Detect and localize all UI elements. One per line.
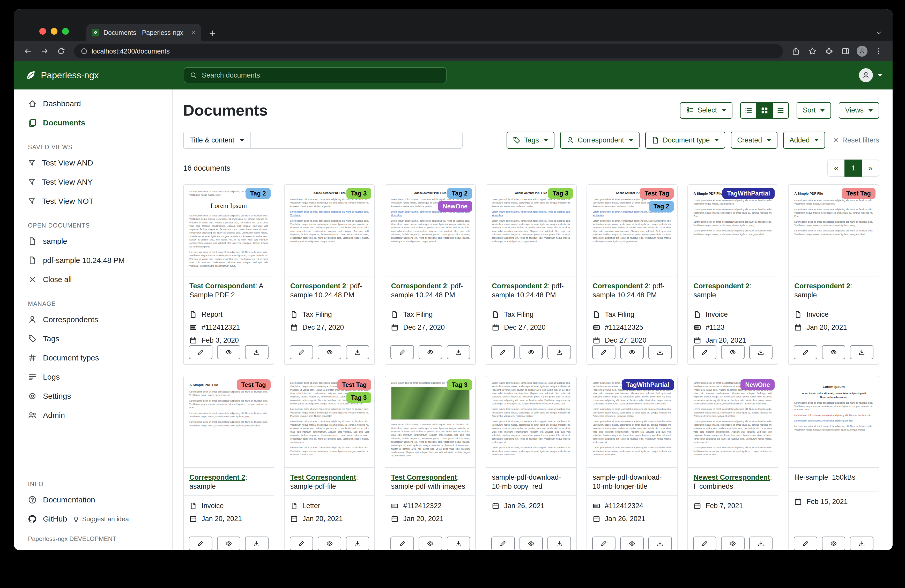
edit-button[interactable]	[290, 345, 313, 359]
view-button[interactable]	[318, 537, 341, 550]
download-button[interactable]	[648, 537, 672, 550]
sidebar-item-tags[interactable]: Tags	[14, 329, 172, 348]
tag-badge[interactable]: Tag 2	[447, 188, 472, 199]
sidebar-item-open-doc-sample[interactable]: sample	[14, 232, 172, 251]
correspondent-link[interactable]: Newest Correspondent	[694, 474, 770, 481]
document-title[interactable]: Test Correspondent: sample-pdf-with-imag…	[385, 468, 475, 496]
correspondent-link[interactable]: Correspondent 2	[694, 282, 749, 290]
download-button[interactable]	[850, 345, 873, 359]
tag-badge[interactable]: Tag 2	[246, 188, 271, 199]
document-title[interactable]: Correspondent 2: asample	[184, 468, 274, 496]
document-card[interactable]: A Simple PDF FileLorem ipsum dolor sit a…	[788, 184, 879, 365]
document-card[interactable]: Lorem ipsum dolor sit amet, consectetur …	[385, 376, 476, 550]
tab-close-icon[interactable]	[191, 30, 196, 35]
document-thumbnail[interactable]: A Simple PDF FileLorem ipsum dolor sit a…	[688, 185, 778, 276]
sidebar-item-document-types[interactable]: Document types	[14, 348, 172, 368]
correspondent-link[interactable]: Test Correspondent	[391, 474, 457, 481]
document-card[interactable]: Adobe Acrobat PDF FilesLorem ipsum dolor…	[486, 184, 577, 365]
edit-button[interactable]	[391, 345, 414, 359]
document-thumbnail[interactable]: Adobe Acrobat PDF FilesLorem ipsum dolor…	[284, 185, 375, 276]
select-button[interactable]: Select	[680, 102, 732, 119]
sidebar-item-documents[interactable]: Documents	[14, 113, 172, 132]
download-button[interactable]	[245, 345, 268, 359]
download-button[interactable]	[850, 537, 873, 550]
next-page-button[interactable]: »	[862, 160, 879, 177]
document-thumbnail[interactable]: Lorem ipsum dolor sit amet, consectetur …	[385, 376, 475, 468]
created-filter-button[interactable]: Created	[731, 132, 778, 149]
document-title[interactable]: sample-pdf-download-10-mb copy_red	[486, 468, 576, 496]
tag-badge[interactable]: Tag 3	[447, 379, 472, 390]
address-bar[interactable]: localhost:4200/documents	[74, 44, 783, 59]
document-title[interactable]: file-sample_150kBs	[789, 468, 879, 491]
tag-badge[interactable]: Test Tag	[337, 379, 371, 390]
document-thumbnail[interactable]: Lorem ipsum dolor sit amet, consectetur …	[688, 376, 778, 468]
document-thumbnail[interactable]: Lorem ipsum dolor sit amet, consectetur …	[184, 185, 274, 276]
correspondent-filter-button[interactable]: Correspondent	[560, 132, 640, 149]
suggest-idea-link[interactable]: Suggest an idea	[73, 515, 129, 523]
download-button[interactable]	[447, 537, 470, 550]
sidebar-item-admin[interactable]: Admin	[14, 406, 172, 425]
tag-badge[interactable]: Tag 3	[346, 392, 372, 403]
sidebar-item-correspondents[interactable]: Correspondents	[14, 310, 172, 329]
filter-text-input[interactable]	[251, 132, 463, 149]
download-button[interactable]	[648, 345, 672, 359]
tag-badge[interactable]: Tag 3	[548, 188, 573, 199]
document-thumbnail[interactable]: Adobe Acrobat PDF FilesLorem ipsum dolor…	[587, 185, 677, 276]
view-details-button[interactable]	[772, 102, 789, 119]
sidebar-item-settings[interactable]: Settings	[14, 387, 172, 406]
browser-tab[interactable]: Documents - Paperless-ngx	[86, 24, 201, 41]
extensions-icon[interactable]	[821, 43, 837, 59]
document-title[interactable]: Correspondent 2: sample	[688, 276, 778, 304]
document-thumbnail[interactable]: A Simple PDF FileLorem ipsum dolor sit a…	[184, 376, 274, 468]
sidebar-item-open-doc-pdf-sample[interactable]: pdf-sample 10.24.48 PM	[14, 251, 172, 270]
tab-search-icon[interactable]	[875, 30, 882, 36]
edit-button[interactable]	[592, 537, 616, 550]
side-panel-icon[interactable]	[838, 43, 853, 59]
views-button[interactable]: Views	[839, 102, 879, 119]
edit-button[interactable]	[693, 345, 717, 359]
tag-badge[interactable]: Tag 2	[649, 201, 674, 212]
tags-filter-button[interactable]: Tags	[506, 132, 554, 149]
window-minimize-button[interactable]	[51, 28, 57, 35]
document-title[interactable]: Correspondent 2: pdf-sample 10.24.48 PM	[284, 276, 375, 304]
document-title[interactable]: Correspondent 2: pdf-sample 10.24.48 PM	[385, 276, 475, 304]
sidebar-item-test-view-and[interactable]: Test View AND	[14, 153, 172, 173]
edit-button[interactable]	[794, 345, 817, 359]
correspondent-link[interactable]: Test Correspondent	[290, 474, 356, 481]
download-button[interactable]	[346, 345, 370, 359]
window-zoom-button[interactable]	[62, 28, 69, 35]
tag-badge[interactable]: TagWithPartial	[722, 188, 775, 199]
document-title[interactable]: Test Correspondent: A Sample PDF 2	[184, 276, 274, 304]
view-button[interactable]	[419, 345, 442, 359]
view-button[interactable]	[620, 537, 644, 550]
document-title[interactable]: Correspondent 2: pdf-sample 10.24.48 PM	[587, 276, 677, 304]
document-thumbnail[interactable]: A Simple PDF FileLorem ipsum dolor sit a…	[789, 185, 879, 276]
edit-button[interactable]	[290, 537, 313, 550]
view-grid-button[interactable]	[756, 102, 773, 119]
profile-button[interactable]	[854, 43, 870, 59]
document-title[interactable]: sample-pdf-download-10-mb-longer-title	[587, 468, 677, 496]
document-card[interactable]: Adobe Acrobat PDF FilesLorem ipsum dolor…	[385, 184, 476, 365]
view-button[interactable]	[519, 537, 543, 550]
download-button[interactable]	[548, 345, 571, 359]
view-list-button[interactable]	[740, 102, 757, 119]
back-icon[interactable]	[20, 43, 36, 59]
document-thumbnail[interactable]: Lorem ipsum dolor sit amet, consectetur …	[587, 376, 677, 468]
document-thumbnail[interactable]: Adobe Acrobat PDF FilesLorem ipsum dolor…	[385, 185, 475, 276]
view-button[interactable]	[620, 345, 644, 359]
edit-button[interactable]	[189, 537, 213, 550]
edit-button[interactable]	[491, 537, 515, 550]
download-button[interactable]	[749, 345, 773, 359]
view-button[interactable]	[721, 537, 745, 550]
tag-badge[interactable]: Test Tag	[640, 188, 674, 199]
document-thumbnail[interactable]: Adobe Acrobat PDF FilesLorem ipsum dolor…	[486, 185, 576, 276]
document-title[interactable]: Test Correspondent: sample-pdf-file	[284, 468, 375, 496]
view-button[interactable]	[217, 345, 241, 359]
download-button[interactable]	[245, 537, 268, 550]
window-close-button[interactable]	[39, 28, 46, 35]
edit-button[interactable]	[794, 537, 817, 550]
sidebar-item-test-view-not[interactable]: Test View NOT	[14, 192, 172, 211]
browser-menu-icon[interactable]	[871, 43, 886, 59]
document-type-filter-button[interactable]: Document type	[645, 132, 726, 149]
download-button[interactable]	[447, 345, 470, 359]
